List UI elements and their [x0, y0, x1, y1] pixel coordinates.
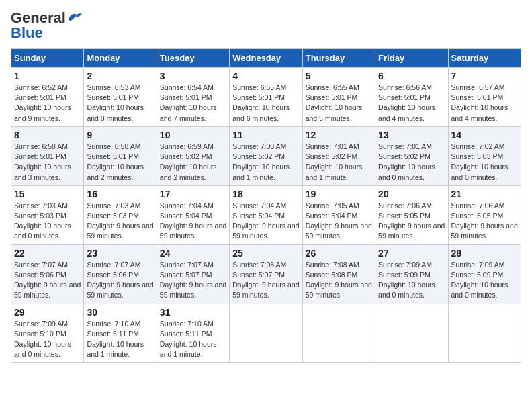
logo-bird-icon [67, 12, 83, 26]
calendar-cell: 2 Sunrise: 6:53 AM Sunset: 5:01 PM Dayli… [84, 68, 157, 127]
day-number: 20 [378, 189, 445, 199]
day-number: 3 [160, 71, 226, 81]
calendar-cell: 17 Sunrise: 7:04 AM Sunset: 5:04 PM Dayl… [157, 185, 229, 244]
calendar-cell: 4 Sunrise: 6:55 AM Sunset: 5:01 PM Dayli… [230, 68, 302, 127]
calendar-cell: 21 Sunrise: 7:06 AM Sunset: 5:05 PM Dayl… [448, 185, 521, 244]
calendar-week-row-5: 29 Sunrise: 7:09 AM Sunset: 5:10 PM Dayl… [11, 304, 521, 363]
calendar-cell: 8 Sunrise: 6:58 AM Sunset: 5:01 PM Dayli… [11, 126, 84, 185]
logo: GeneralBlue [11, 11, 83, 40]
calendar-cell: 12 Sunrise: 7:01 AM Sunset: 5:02 PM Dayl… [302, 126, 375, 185]
calendar-cell: 15 Sunrise: 7:03 AM Sunset: 5:03 PM Dayl… [11, 185, 84, 244]
day-number: 5 [306, 71, 372, 81]
day-info: Sunrise: 7:10 AM Sunset: 5:11 PM Dayligh… [160, 319, 226, 360]
calendar-cell: 23 Sunrise: 7:07 AM Sunset: 5:06 PM Dayl… [84, 244, 157, 304]
calendar-cell: 20 Sunrise: 7:06 AM Sunset: 5:05 PM Dayl… [375, 185, 448, 244]
day-info: Sunrise: 7:09 AM Sunset: 5:10 PM Dayligh… [14, 319, 81, 360]
day-info: Sunrise: 6:58 AM Sunset: 5:01 PM Dayligh… [14, 142, 81, 183]
page-header: GeneralBlue [11, 11, 521, 40]
calendar-cell: 31 Sunrise: 7:10 AM Sunset: 5:11 PM Dayl… [157, 304, 229, 363]
day-info: Sunrise: 7:00 AM Sunset: 5:02 PM Dayligh… [232, 142, 299, 183]
day-info: Sunrise: 7:10 AM Sunset: 5:11 PM Dayligh… [87, 319, 153, 360]
day-info: Sunrise: 7:05 AM Sunset: 5:04 PM Dayligh… [306, 201, 372, 242]
column-header-tuesday: Tuesday [157, 49, 229, 68]
calendar-cell: 22 Sunrise: 7:07 AM Sunset: 5:06 PM Dayl… [11, 244, 84, 304]
day-number: 21 [451, 189, 518, 199]
calendar-cell: 29 Sunrise: 7:09 AM Sunset: 5:10 PM Dayl… [11, 304, 84, 363]
day-info: Sunrise: 7:07 AM Sunset: 5:07 PM Dayligh… [160, 260, 226, 301]
calendar-table: SundayMondayTuesdayWednesdayThursdayFrid… [11, 48, 521, 363]
day-number: 26 [306, 248, 372, 259]
day-info: Sunrise: 6:55 AM Sunset: 5:01 PM Dayligh… [232, 83, 299, 124]
day-number: 13 [378, 130, 445, 140]
calendar-cell: 3 Sunrise: 6:54 AM Sunset: 5:01 PM Dayli… [157, 68, 229, 127]
day-info: Sunrise: 6:55 AM Sunset: 5:01 PM Dayligh… [306, 83, 372, 124]
column-header-wednesday: Wednesday [230, 49, 302, 68]
day-number: 31 [160, 307, 226, 318]
day-info: Sunrise: 7:01 AM Sunset: 5:02 PM Dayligh… [306, 142, 372, 183]
day-number: 27 [378, 248, 445, 259]
day-number: 4 [232, 71, 299, 81]
calendar-week-row-3: 15 Sunrise: 7:03 AM Sunset: 5:03 PM Dayl… [11, 185, 521, 244]
day-number: 1 [14, 71, 81, 81]
calendar-cell: 25 Sunrise: 7:08 AM Sunset: 5:07 PM Dayl… [230, 244, 302, 304]
day-info: Sunrise: 7:09 AM Sunset: 5:09 PM Dayligh… [451, 260, 518, 301]
day-number: 15 [14, 189, 81, 199]
column-header-saturday: Saturday [448, 49, 521, 68]
day-info: Sunrise: 7:09 AM Sunset: 5:09 PM Dayligh… [378, 260, 445, 301]
day-number: 2 [87, 71, 153, 81]
day-number: 22 [14, 248, 81, 259]
calendar-cell: 18 Sunrise: 7:04 AM Sunset: 5:04 PM Dayl… [230, 185, 302, 244]
day-number: 6 [378, 71, 445, 81]
day-number: 10 [160, 130, 226, 140]
calendar-cell: 11 Sunrise: 7:00 AM Sunset: 5:02 PM Dayl… [230, 126, 302, 185]
day-info: Sunrise: 7:08 AM Sunset: 5:07 PM Dayligh… [232, 260, 299, 301]
day-number: 30 [87, 307, 153, 318]
day-info: Sunrise: 7:01 AM Sunset: 5:02 PM Dayligh… [378, 142, 445, 183]
day-info: Sunrise: 6:58 AM Sunset: 5:01 PM Dayligh… [87, 142, 153, 183]
calendar-cell: 5 Sunrise: 6:55 AM Sunset: 5:01 PM Dayli… [302, 68, 375, 127]
day-info: Sunrise: 7:06 AM Sunset: 5:05 PM Dayligh… [451, 201, 518, 242]
calendar-cell: 27 Sunrise: 7:09 AM Sunset: 5:09 PM Dayl… [375, 244, 448, 304]
day-info: Sunrise: 6:53 AM Sunset: 5:01 PM Dayligh… [87, 83, 153, 124]
day-info: Sunrise: 7:04 AM Sunset: 5:04 PM Dayligh… [232, 201, 299, 242]
calendar-cell [375, 304, 448, 363]
calendar-cell: 7 Sunrise: 6:57 AM Sunset: 5:01 PM Dayli… [448, 68, 521, 127]
day-number: 17 [160, 189, 226, 199]
day-number: 9 [87, 130, 153, 140]
day-info: Sunrise: 6:56 AM Sunset: 5:01 PM Dayligh… [378, 83, 445, 124]
day-number: 18 [232, 189, 299, 199]
column-header-sunday: Sunday [11, 49, 84, 68]
column-header-thursday: Thursday [302, 49, 375, 68]
calendar-week-row-4: 22 Sunrise: 7:07 AM Sunset: 5:06 PM Dayl… [11, 244, 521, 304]
logo-blue-text: Blue [11, 24, 43, 41]
day-number: 23 [87, 248, 153, 259]
day-info: Sunrise: 6:54 AM Sunset: 5:01 PM Dayligh… [160, 83, 226, 124]
calendar-cell: 6 Sunrise: 6:56 AM Sunset: 5:01 PM Dayli… [375, 68, 448, 127]
calendar-cell: 19 Sunrise: 7:05 AM Sunset: 5:04 PM Dayl… [302, 185, 375, 244]
calendar-week-row-2: 8 Sunrise: 6:58 AM Sunset: 5:01 PM Dayli… [11, 126, 521, 185]
day-number: 16 [87, 189, 153, 199]
day-info: Sunrise: 7:02 AM Sunset: 5:03 PM Dayligh… [451, 142, 518, 183]
day-info: Sunrise: 7:08 AM Sunset: 5:08 PM Dayligh… [306, 260, 372, 301]
day-number: 24 [160, 248, 226, 259]
day-number: 29 [14, 307, 81, 318]
calendar-cell: 10 Sunrise: 6:59 AM Sunset: 5:02 PM Dayl… [157, 126, 229, 185]
day-number: 28 [451, 248, 518, 259]
calendar-header-row: SundayMondayTuesdayWednesdayThursdayFrid… [11, 49, 521, 68]
day-number: 14 [451, 130, 518, 140]
calendar-cell: 14 Sunrise: 7:02 AM Sunset: 5:03 PM Dayl… [448, 126, 521, 185]
column-header-friday: Friday [375, 49, 448, 68]
calendar-cell [230, 304, 302, 363]
day-number: 25 [232, 248, 299, 259]
day-number: 12 [306, 130, 372, 140]
calendar-cell: 24 Sunrise: 7:07 AM Sunset: 5:07 PM Dayl… [157, 244, 229, 304]
calendar-cell: 9 Sunrise: 6:58 AM Sunset: 5:01 PM Dayli… [84, 126, 157, 185]
day-info: Sunrise: 7:04 AM Sunset: 5:04 PM Dayligh… [160, 201, 226, 242]
calendar-cell: 1 Sunrise: 6:52 AM Sunset: 5:01 PM Dayli… [11, 68, 84, 127]
calendar-cell: 16 Sunrise: 7:03 AM Sunset: 5:03 PM Dayl… [84, 185, 157, 244]
calendar-week-row-1: 1 Sunrise: 6:52 AM Sunset: 5:01 PM Dayli… [11, 68, 521, 127]
calendar-cell [302, 304, 375, 363]
day-info: Sunrise: 7:07 AM Sunset: 5:06 PM Dayligh… [87, 260, 153, 301]
day-info: Sunrise: 7:03 AM Sunset: 5:03 PM Dayligh… [14, 201, 81, 242]
day-info: Sunrise: 7:06 AM Sunset: 5:05 PM Dayligh… [378, 201, 445, 242]
